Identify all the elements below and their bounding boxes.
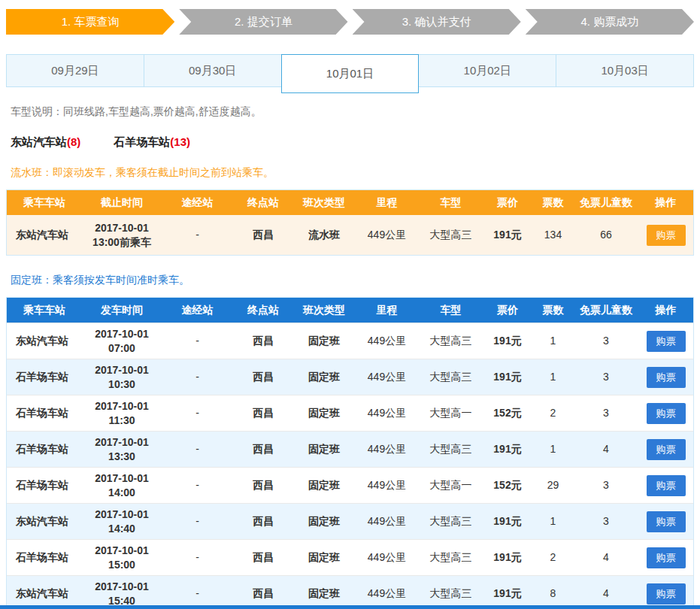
distance-cell: 449公里	[355, 228, 419, 242]
column-header: 班次类型	[293, 303, 355, 317]
via-station-cell: -	[162, 514, 233, 529]
column-header: 票数	[532, 195, 574, 210]
destination-cell: 西昌	[233, 550, 293, 565]
via-station-cell: -	[162, 442, 233, 456]
ticket-count-cell: 1	[532, 442, 574, 456]
ticket-count-cell: 134	[532, 228, 574, 242]
bus-type-cell: 大型高三	[419, 586, 483, 601]
action-cell: 购票	[638, 331, 693, 352]
ticket-count-cell: 2	[532, 406, 574, 420]
station-cell: 石羊场车站	[7, 442, 82, 456]
via-station-cell: -	[162, 334, 233, 348]
column-header: 途经站	[162, 303, 233, 317]
distance-cell: 449公里	[355, 586, 419, 601]
schedule-type-cell: 固定班	[293, 406, 355, 420]
station-cell: 东站汽车站	[7, 334, 82, 348]
buy-ticket-button[interactable]: 购票	[647, 331, 686, 352]
buy-ticket-button[interactable]: 购票	[647, 367, 686, 388]
bus-type-cell: 大型高三	[419, 550, 483, 565]
buy-ticket-button[interactable]: 购票	[647, 511, 686, 532]
table-row: 东站汽车站2017-10-01 14:40-西昌固定班449公里大型高三191元…	[7, 503, 693, 539]
column-header: 终点站	[233, 303, 293, 317]
action-cell: 购票	[638, 439, 693, 460]
station-cell: 石羊场车站	[7, 370, 82, 384]
rolling-schedule-table: 乘车车站截止时间途经站终点站班次类型里程车型票价票数免票儿童数操作东站汽车站20…	[6, 189, 694, 256]
distance-cell: 449公里	[355, 514, 419, 529]
distance-cell: 449公里	[355, 406, 419, 420]
via-station-cell: -	[162, 478, 233, 492]
distance-cell: 449公里	[355, 478, 419, 492]
buy-ticket-button[interactable]: 购票	[647, 475, 686, 496]
table-row: 东站汽车站2017-10-01 15:40-西昌固定班449公里大型高三191元…	[7, 575, 693, 609]
action-cell: 购票	[638, 403, 693, 424]
time-cell: 2017-10-01 10:30	[82, 363, 162, 392]
column-header: 里程	[355, 195, 419, 210]
schedule-type-cell: 固定班	[293, 370, 355, 384]
vehicle-type-note: 车型说明：同班线路,车型越高,票价越高,舒适度越高。	[11, 105, 694, 119]
schedule-type-cell: 固定班	[293, 514, 355, 529]
via-station-cell: -	[162, 586, 233, 601]
station-cell: 东站汽车站	[7, 586, 82, 601]
column-header: 乘车车站	[7, 303, 82, 317]
time-cell: 2017-10-01 14:00	[82, 471, 162, 500]
time-cell: 2017-10-01 11:30	[82, 399, 162, 428]
bus-type-cell: 大型高三	[419, 228, 483, 242]
distance-cell: 449公里	[355, 550, 419, 565]
station-filter[interactable]: 东站汽车站(8)	[11, 135, 80, 150]
station-cell: 石羊场车站	[7, 550, 82, 565]
column-header: 乘车车站	[7, 195, 82, 210]
progress-step-1: 1. 车票查询	[6, 9, 174, 35]
fixed-schedule-note: 固定班：乘客须按发车时间准时乘车。	[11, 274, 694, 287]
fixed-table-header: 乘车车站发车时间途经站终点站班次类型里程车型票价票数免票儿童数操作	[7, 298, 693, 323]
table-row: 石羊场车站2017-10-01 14:00-西昌固定班449公里大型高一152元…	[7, 467, 693, 503]
column-header: 里程	[355, 303, 419, 317]
schedule-type-cell: 固定班	[293, 442, 355, 456]
time-cell: 2017-10-01 13:30	[82, 435, 162, 464]
destination-cell: 西昌	[233, 228, 293, 242]
ticket-count-cell: 1	[532, 514, 574, 529]
station-filter-name: 石羊场车站	[114, 135, 170, 148]
free-children-cell: 66	[574, 228, 638, 242]
station-cell: 东站汽车站	[7, 228, 82, 242]
time-cell: 2017-10-01 13:00前乘车	[82, 221, 162, 250]
price-cell: 191元	[483, 370, 532, 384]
date-tab-2[interactable]: 09月30日	[144, 54, 282, 87]
station-filter[interactable]: 石羊场车站(13)	[114, 135, 190, 150]
table-row: 东站汽车站2017-10-01 13:00前乘车-西昌流水班449公里大型高三1…	[7, 215, 693, 255]
buy-ticket-button[interactable]: 购票	[647, 225, 686, 246]
action-cell: 购票	[638, 367, 693, 388]
buy-ticket-button[interactable]: 购票	[647, 583, 686, 604]
rolling-schedule-note: 流水班：即滚动发车，乘客须在截止时间之前到站乘车。	[11, 166, 694, 180]
column-header: 票价	[483, 195, 532, 210]
date-tab-1[interactable]: 09月29日	[6, 54, 144, 87]
column-header: 操作	[638, 195, 693, 210]
table-row: 石羊场车站2017-10-01 15:00-西昌固定班449公里大型高三191元…	[7, 539, 693, 575]
via-station-cell: -	[162, 370, 233, 384]
price-cell: 191元	[483, 586, 532, 601]
ticket-count-cell: 2	[532, 550, 574, 565]
buy-ticket-button[interactable]: 购票	[647, 403, 686, 424]
bus-type-cell: 大型高三	[419, 442, 483, 456]
buy-ticket-button[interactable]: 购票	[647, 547, 686, 568]
date-tabs: 09月29日09月30日10月01日10月02日10月03日	[6, 54, 694, 93]
action-cell: 购票	[638, 511, 693, 532]
destination-cell: 西昌	[233, 370, 293, 384]
column-header: 发车时间	[82, 303, 162, 317]
date-tab-4[interactable]: 10月02日	[418, 54, 556, 87]
column-header: 操作	[638, 303, 693, 317]
station-filter-count: (8)	[67, 135, 80, 148]
action-cell: 购票	[638, 475, 693, 496]
column-header: 截止时间	[82, 195, 162, 210]
station-filter-count: (13)	[170, 135, 190, 148]
price-cell: 191元	[483, 514, 532, 529]
buy-ticket-button[interactable]: 购票	[647, 439, 686, 460]
via-station-cell: -	[162, 550, 233, 565]
time-cell: 2017-10-01 14:40	[82, 508, 162, 536]
via-station-cell: -	[162, 228, 233, 242]
station-cell: 石羊场车站	[7, 406, 82, 420]
date-tab-3[interactable]: 10月01日	[281, 54, 420, 93]
bus-type-cell: 大型高三	[419, 514, 483, 529]
date-tab-5[interactable]: 10月03日	[556, 54, 694, 87]
time-cell: 2017-10-01 15:00	[82, 544, 162, 572]
column-header: 车型	[419, 303, 483, 317]
